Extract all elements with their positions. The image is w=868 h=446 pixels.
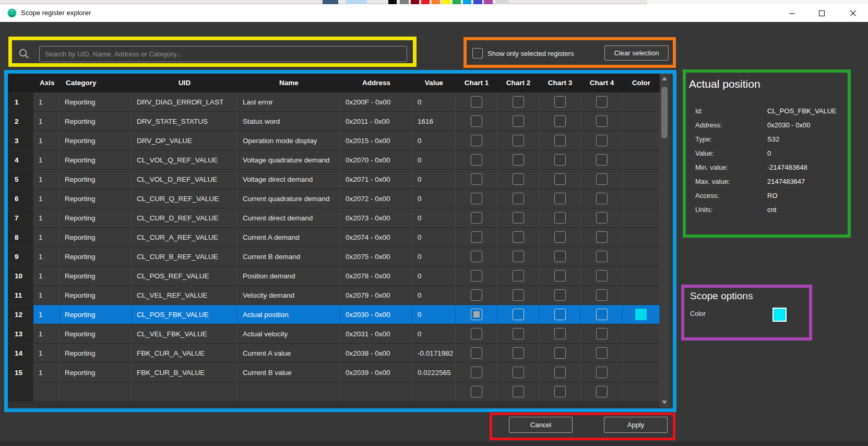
chart3-checkbox[interactable] [554,154,566,166]
table-row[interactable]: 81ReportingCL_CUR_A_REF_VALUECurrent A d… [7,228,660,247]
chart4-checkbox[interactable] [596,309,608,320]
chart4-checkbox[interactable] [596,193,608,204]
chart2-checkbox[interactable] [513,173,524,185]
chart3-checkbox[interactable] [554,328,566,339]
chart3-checkbox[interactable] [554,289,566,301]
chart2-checkbox[interactable] [513,289,524,301]
chart1-checkbox[interactable] [471,193,482,204]
table-scrollbar[interactable] [660,73,669,407]
chart1-checkbox[interactable] [471,115,482,127]
table-row[interactable]: 71ReportingCL_CUR_D_REF_VALUECurrent dir… [7,208,660,228]
table-row[interactable]: 21ReportingDRV_STATE_STATUSStatus word0x… [7,112,660,131]
chart2-checkbox[interactable] [513,270,524,281]
chart4-checkbox[interactable] [596,173,608,185]
chart3-checkbox[interactable] [554,367,566,378]
chart1-checkbox[interactable] [471,96,482,108]
chart2-checkbox[interactable] [513,154,524,166]
chart3-checkbox[interactable] [554,251,566,262]
show-only-selected-checkbox[interactable] [472,48,483,58]
chart1-checkbox[interactable] [471,135,482,146]
chart3-checkbox[interactable] [554,96,566,108]
chart4-checkbox[interactable] [596,328,608,339]
chart1-checkbox[interactable] [471,386,482,397]
table-row[interactable]: 121ReportingCL_POS_FBK_VALUEActual posit… [7,305,660,324]
axis-cell: 1 [33,228,60,247]
color-cell [623,305,660,324]
table-row[interactable]: 141ReportingFBK_CUR_A_VALUECurrent A val… [7,344,660,363]
chart2-cell [497,228,539,247]
close-button[interactable] [842,4,863,22]
chart4-checkbox[interactable] [596,251,608,262]
table-row[interactable]: 131ReportingCL_VEL_FBK_VALUEActual veloc… [7,324,660,344]
table-row[interactable]: 51ReportingCL_VOL_D_REF_VALUEVoltage dir… [7,170,660,189]
chart3-checkbox[interactable] [554,173,566,185]
chart1-checkbox[interactable] [471,367,482,378]
chart2-checkbox[interactable] [513,115,524,127]
chart2-checkbox[interactable] [513,386,524,397]
chart4-checkbox[interactable] [596,115,608,127]
chart2-checkbox[interactable] [513,212,524,224]
chart1-checkbox[interactable] [471,212,482,224]
scroll-down-button[interactable] [660,398,669,406]
chart1-checkbox[interactable] [471,289,482,301]
chart4-checkbox[interactable] [596,367,608,378]
chart1-checkbox[interactable] [471,154,482,166]
chart4-checkbox[interactable] [596,270,608,281]
chart4-cell [581,150,623,169]
chart1-checkbox[interactable] [471,309,482,320]
chart1-checkbox[interactable] [471,328,482,339]
scope-color-swatch[interactable] [772,308,787,322]
chart2-checkbox[interactable] [513,309,524,320]
apply-button[interactable]: Apply [604,417,668,433]
chart4-checkbox[interactable] [596,347,608,359]
chart4-checkbox[interactable] [596,231,608,243]
chart3-checkbox[interactable] [554,193,566,204]
chart4-checkbox[interactable] [596,154,608,166]
chart1-checkbox[interactable] [471,270,482,281]
table-row[interactable]: 11ReportingDRV_DIAG_ERROR_LASTLast error… [7,92,660,112]
clear-selection-button[interactable]: Clear selection [604,45,669,61]
search-input[interactable] [39,46,407,62]
chart3-checkbox[interactable] [554,270,566,281]
table-row[interactable]: 61ReportingCL_CUR_Q_REF_VALUECurrent qua… [7,189,660,208]
chart3-checkbox[interactable] [554,231,566,243]
chart3-checkbox[interactable] [554,386,566,397]
table-row[interactable]: 31ReportingDRV_OP_VALUEOperation mode di… [7,131,660,150]
chart2-checkbox[interactable] [513,96,524,108]
chart2-checkbox[interactable] [513,135,524,146]
row-color-swatch[interactable] [635,309,647,320]
chart2-checkbox[interactable] [513,251,524,262]
scrollbar-thumb[interactable] [661,87,668,138]
chart3-checkbox[interactable] [554,115,566,127]
chart2-checkbox[interactable] [513,367,524,378]
table-row[interactable]: 101ReportingCL_POS_REF_VALUEPosition dem… [7,266,660,286]
chart1-checkbox[interactable] [471,173,482,185]
chart4-checkbox[interactable] [596,386,608,397]
chart3-checkbox[interactable] [554,135,566,146]
table-row[interactable]: 91ReportingCL_CUR_B_REF_VALUECurrent B d… [7,247,660,266]
chart4-checkbox[interactable] [596,96,608,108]
chart2-checkbox[interactable] [513,193,524,204]
chart3-checkbox[interactable] [554,212,566,224]
cancel-button[interactable]: Cancel [509,417,573,433]
maximize-button[interactable] [811,4,832,22]
table-row-partial[interactable] [7,382,660,402]
chart4-checkbox[interactable] [596,212,608,224]
scroll-up-button[interactable] [660,74,669,83]
row-number-cell: 12 [7,305,33,324]
table-row[interactable]: 111ReportingCL_VEL_REF_VALUEVelocity dem… [7,286,660,305]
table-row[interactable]: 41ReportingCL_VOL_Q_REF_VALUEVoltage qua… [7,150,660,170]
chart3-checkbox[interactable] [554,309,566,320]
chart4-checkbox[interactable] [596,289,608,301]
chart1-checkbox[interactable] [471,347,482,359]
chart2-checkbox[interactable] [513,328,524,339]
chart2-checkbox[interactable] [513,231,524,243]
chart1-checkbox[interactable] [471,231,482,243]
chart1-checkbox[interactable] [471,251,482,262]
chart3-checkbox[interactable] [554,347,566,359]
chart2-checkbox[interactable] [513,347,524,359]
table-row[interactable]: 151ReportingFBK_CUR_B_VALUECurrent B val… [7,363,660,382]
minimize-button[interactable] [781,4,802,22]
chart4-checkbox[interactable] [596,135,608,146]
name-cell: Status word [237,112,340,131]
